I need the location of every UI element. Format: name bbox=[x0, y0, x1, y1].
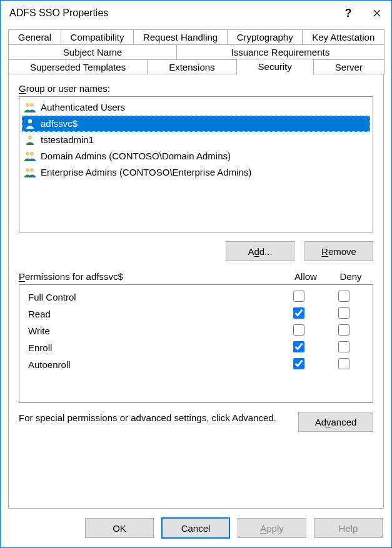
tab-page-security: Group or user names: Authenticated Users… bbox=[8, 74, 384, 509]
svg-point-3 bbox=[28, 136, 32, 139]
principal-name: Domain Admins (CONTOSO\Domain Admins) bbox=[41, 149, 231, 163]
tab-security[interactable]: Security bbox=[236, 59, 314, 75]
svg-point-2 bbox=[28, 119, 32, 123]
group-icon bbox=[23, 167, 37, 178]
tab-superseded-templates[interactable]: Superseded Templates bbox=[8, 59, 148, 75]
remove-button[interactable]: Remove bbox=[304, 241, 373, 261]
deny-checkbox[interactable] bbox=[338, 324, 349, 336]
group-icon bbox=[23, 151, 37, 162]
allow-checkbox[interactable] bbox=[293, 341, 304, 352]
permissions-header: Permissions for adfssvc$ Allow Deny bbox=[19, 271, 373, 282]
deny-checkbox[interactable] bbox=[338, 307, 349, 319]
advanced-row: For special permissions or advanced sett… bbox=[19, 412, 373, 432]
group-icon bbox=[23, 102, 37, 113]
tab-key-attestation[interactable]: Key Attestation bbox=[302, 29, 384, 45]
window-title: ADFS SSO Properties bbox=[9, 7, 334, 19]
permissions-list: Full ControlReadWriteEnrollAutoenroll bbox=[19, 284, 373, 403]
advanced-hint-label: For special permissions or advanced sett… bbox=[19, 412, 289, 424]
svg-point-5 bbox=[30, 152, 34, 156]
principal-name: Enterprise Admins (CONTOSO\Enterprise Ad… bbox=[41, 166, 251, 179]
user-icon bbox=[23, 134, 37, 146]
principals-list[interactable]: Authenticated Usersadfssvc$tstestadmin1D… bbox=[19, 96, 373, 232]
permission-name: Autoenroll bbox=[28, 359, 276, 370]
allow-checkbox[interactable] bbox=[293, 291, 304, 302]
permission-row: Enroll bbox=[28, 339, 366, 356]
tab-general[interactable]: General bbox=[8, 29, 61, 45]
add-button[interactable]: Add... bbox=[226, 241, 294, 261]
permission-name: Write bbox=[28, 326, 276, 336]
list-item[interactable]: Enterprise Admins (CONTOSO\Enterprise Ad… bbox=[22, 164, 370, 181]
permission-row: Write bbox=[28, 322, 366, 339]
permissions-for-label: Permissions for adfssvc$ bbox=[19, 271, 283, 282]
apply-button[interactable]: Apply bbox=[238, 518, 306, 538]
principal-name: Authenticated Users bbox=[41, 101, 125, 114]
permission-name: Read bbox=[28, 309, 276, 319]
allow-column-label: Allow bbox=[283, 271, 328, 282]
deny-column-label: Deny bbox=[328, 271, 373, 282]
help-button[interactable]: Help bbox=[314, 518, 383, 538]
advanced-button[interactable]: Advanced bbox=[298, 412, 373, 432]
list-item[interactable]: adfssvc$ bbox=[22, 116, 370, 132]
allow-checkbox[interactable] bbox=[293, 307, 304, 319]
user-icon bbox=[23, 118, 37, 129]
close-button[interactable] bbox=[363, 1, 391, 26]
list-buttons: Add... Remove bbox=[19, 241, 373, 261]
dialog-window: ADFS SSO Properties ? GeneralCompatibili… bbox=[0, 0, 392, 548]
list-item[interactable]: tstestadmin1 bbox=[22, 132, 370, 148]
ok-button[interactable]: OK bbox=[85, 518, 154, 538]
close-icon bbox=[373, 9, 381, 17]
tab-compatibility[interactable]: Compatibility bbox=[61, 29, 134, 45]
principal-name: adfssvc$ bbox=[41, 117, 78, 131]
svg-point-6 bbox=[26, 168, 29, 172]
groups-label: Group or user names: bbox=[19, 83, 373, 94]
permission-row: Full Control bbox=[28, 289, 366, 306]
tab-server[interactable]: Server bbox=[313, 59, 384, 75]
deny-checkbox[interactable] bbox=[338, 341, 349, 352]
deny-checkbox[interactable] bbox=[338, 291, 349, 302]
cancel-button[interactable]: Cancel bbox=[161, 517, 230, 539]
tab-strip: GeneralCompatibilityRequest HandlingCryp… bbox=[8, 29, 384, 74]
svg-point-1 bbox=[30, 103, 34, 107]
tab-extensions[interactable]: Extensions bbox=[147, 59, 236, 75]
list-item[interactable]: Authenticated Users bbox=[22, 99, 370, 116]
allow-checkbox[interactable] bbox=[293, 358, 304, 369]
permission-row: Read bbox=[28, 306, 366, 322]
permission-row: Autoenroll bbox=[28, 356, 366, 373]
tab-request-handling[interactable]: Request Handling bbox=[133, 29, 228, 45]
allow-checkbox[interactable] bbox=[293, 324, 304, 336]
principal-name: tstestadmin1 bbox=[41, 133, 94, 147]
tab-subject-name[interactable]: Subject Name bbox=[8, 44, 177, 60]
tab-issuance-requirements[interactable]: Issuance Requirements bbox=[176, 44, 384, 60]
deny-checkbox[interactable] bbox=[338, 358, 349, 369]
help-button[interactable]: ? bbox=[334, 1, 363, 26]
titlebar: ADFS SSO Properties ? bbox=[1, 1, 391, 26]
svg-point-7 bbox=[30, 168, 34, 172]
dialog-buttons: OK Cancel Apply Help bbox=[1, 509, 391, 547]
permission-name: Full Control bbox=[28, 292, 276, 302]
tab-cryptography[interactable]: Cryptography bbox=[227, 29, 303, 45]
list-item[interactable]: Domain Admins (CONTOSO\Domain Admins) bbox=[22, 148, 370, 164]
permission-name: Enroll bbox=[28, 342, 276, 353]
client-area: GeneralCompatibilityRequest HandlingCryp… bbox=[1, 26, 391, 509]
svg-point-4 bbox=[26, 152, 29, 156]
svg-point-0 bbox=[26, 103, 29, 107]
